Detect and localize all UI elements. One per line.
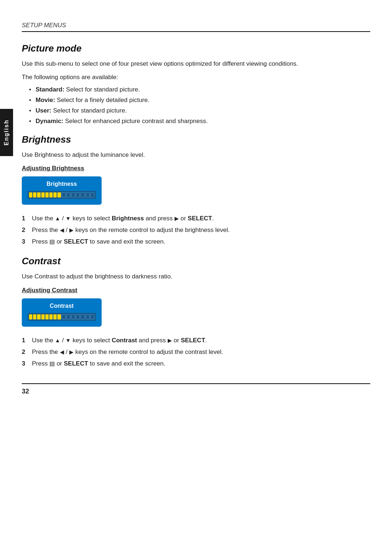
contrast-slider (28, 313, 96, 321)
list-item: User: Select for standard picture. (29, 106, 370, 116)
step-number: 2 (22, 347, 25, 357)
brightness-bold: Brightness (112, 215, 144, 222)
slider-seg-9 (62, 192, 66, 197)
brightness-menu-title: Brightness (28, 181, 96, 187)
left-arrow-icon: ◀ (60, 348, 64, 357)
brightness-slider-segments (29, 192, 94, 198)
option-term: Standard: (36, 86, 64, 93)
up-arrow-icon: ▲ (55, 214, 60, 223)
down-arrow-icon: ▼ (65, 214, 71, 223)
slider-seg-11 (71, 314, 75, 319)
slider-seg-14 (86, 314, 90, 319)
list-item: Standard: Select for standard picture. (29, 85, 370, 95)
contrast-menu-box: Contrast (22, 298, 102, 327)
slider-seg-10 (66, 192, 70, 197)
language-label: English (3, 119, 10, 146)
slider-seg-6 (49, 314, 53, 319)
adjusting-contrast-label: Adjusting Contrast (22, 287, 370, 294)
contrast-desc: Use Contrast to adjust the brightness to… (22, 272, 370, 281)
slider-seg-12 (76, 192, 80, 197)
step-number: 1 (22, 335, 25, 346)
contrast-bold: Contrast (112, 337, 137, 344)
header-divider (22, 31, 370, 32)
select-bold: SELECT (181, 337, 205, 344)
brightness-menu-box: Brightness (22, 176, 102, 205)
slider-seg-3 (37, 314, 40, 319)
slider-seg-15 (90, 314, 94, 319)
right-arrow-icon: ▶ (175, 214, 179, 223)
up-arrow-icon: ▲ (55, 336, 60, 345)
picture-mode-section: Picture mode Use this sub-menu to select… (22, 43, 370, 127)
brightness-desc: Use Brightness to adjust the luminance l… (22, 150, 370, 160)
contrast-step-2: 2 Press the ◀ / ▶ keys on the remote con… (22, 347, 370, 357)
option-term: Movie: (36, 97, 55, 103)
options-intro: The following options are available: (22, 74, 370, 81)
contrast-heading: Contrast (22, 256, 370, 267)
slider-seg-5 (45, 314, 49, 319)
contrast-slider-segments (29, 314, 94, 320)
slider-seg-2 (33, 192, 36, 197)
left-arrow-icon: ◀ (60, 226, 64, 235)
footer-divider (22, 383, 370, 384)
list-item: Dynamic: Select for enhanced picture con… (29, 116, 370, 127)
picture-mode-desc: Use this sub-menu to select one of four … (22, 59, 370, 69)
slider-seg-15 (90, 192, 94, 197)
slider-seg-14 (86, 192, 90, 197)
brightness-step-3: 3 Press ▤ or SELECT to save and exit the… (22, 237, 370, 247)
header-section: SETUP MENUS (22, 22, 370, 32)
slider-seg-10 (66, 314, 70, 319)
slider-seg-8 (57, 192, 61, 197)
slider-seg-4 (41, 314, 45, 319)
slider-seg-11 (71, 192, 75, 197)
brightness-heading: Brightness (22, 134, 370, 145)
step-number: 3 (22, 359, 25, 369)
brightness-step-2: 2 Press the ◀ / ▶ keys on the remote con… (22, 225, 370, 235)
contrast-menu-title: Contrast (28, 303, 96, 309)
slider-seg-8 (57, 314, 61, 319)
setup-menus-label: SETUP MENUS (22, 22, 370, 29)
slider-seg-9 (62, 314, 66, 319)
brightness-slider (28, 191, 96, 199)
select-bold: SELECT (64, 360, 88, 367)
adjusting-brightness-label: Adjusting Brightness (22, 165, 370, 172)
option-term: Dynamic: (36, 118, 64, 125)
page-number: 32 (22, 388, 370, 395)
right-arrow-icon: ▶ (69, 348, 74, 357)
slider-seg-1 (29, 314, 32, 319)
brightness-steps: 1 Use the ▲ / ▼ keys to select Brightnes… (22, 213, 370, 247)
step-number: 1 (22, 213, 25, 224)
down-arrow-icon: ▼ (65, 336, 71, 345)
language-tab: English (0, 109, 13, 156)
page: English SETUP MENUS Picture mode Use thi… (0, 0, 392, 555)
slider-seg-13 (81, 192, 85, 197)
slider-seg-13 (81, 314, 85, 319)
brightness-section: Brightness Use Brightness to adjust the … (22, 134, 370, 247)
brightness-step-1: 1 Use the ▲ / ▼ keys to select Brightnes… (22, 213, 370, 224)
step-number: 2 (22, 225, 25, 235)
option-term: User: (36, 107, 51, 114)
picture-mode-heading: Picture mode (22, 43, 370, 54)
slider-seg-6 (49, 192, 53, 197)
contrast-step-1: 1 Use the ▲ / ▼ keys to select Contrast … (22, 335, 370, 346)
contrast-section: Contrast Use Contrast to adjust the brig… (22, 256, 370, 368)
slider-seg-12 (76, 314, 80, 319)
slider-seg-1 (29, 192, 32, 197)
slider-seg-7 (53, 314, 57, 319)
picture-mode-options-list: Standard: Select for standard picture. M… (22, 85, 370, 127)
contrast-steps: 1 Use the ▲ / ▼ keys to select Contrast … (22, 335, 370, 369)
slider-seg-2 (33, 314, 36, 319)
right-arrow-icon: ▶ (168, 336, 172, 345)
select-bold: SELECT (64, 238, 88, 245)
select-bold: SELECT (188, 215, 212, 222)
slider-seg-5 (45, 192, 49, 197)
slider-seg-7 (53, 192, 57, 197)
main-content: SETUP MENUS Picture mode Use this sub-me… (22, 0, 370, 417)
list-item: Movie: Select for a finely detailed pict… (29, 95, 370, 106)
menu-icon: ▤ (49, 360, 55, 367)
step-number: 3 (22, 237, 25, 247)
menu-icon: ▤ (49, 238, 55, 245)
right-arrow-icon: ▶ (69, 226, 74, 235)
slider-seg-4 (41, 192, 45, 197)
contrast-step-3: 3 Press ▤ or SELECT to save and exit the… (22, 359, 370, 369)
slider-seg-3 (37, 192, 40, 197)
